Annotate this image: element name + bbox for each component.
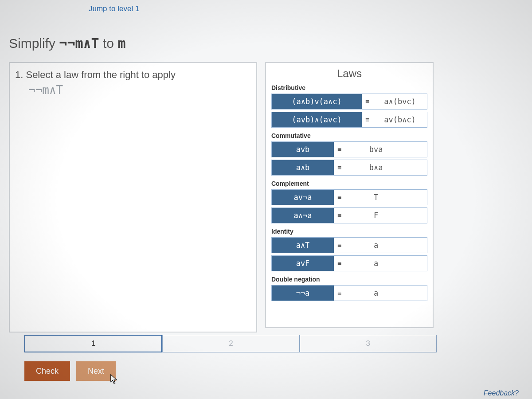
laws-header: Laws	[271, 67, 427, 80]
instruction-text: 1. Select a law from the right to apply	[15, 69, 251, 81]
law-rhs[interactable]: F	[345, 208, 407, 223]
law-lhs[interactable]: ¬¬a	[272, 286, 334, 301]
law-lhs[interactable]: a∧b	[272, 160, 334, 175]
next-button[interactable]: Next	[76, 361, 116, 381]
law-complement-2[interactable]: a∧¬a ≡ F	[271, 207, 427, 223]
law-commutative-1[interactable]: avb ≡ bva	[271, 141, 427, 157]
page-title: Simplify ¬¬m∧T to m	[9, 35, 125, 51]
title-prefix: Simplify	[9, 36, 59, 51]
law-identity-1[interactable]: a∧T ≡ a	[271, 237, 427, 253]
equiv-icon: ≡	[334, 256, 345, 271]
step-tab-2[interactable]: 2	[162, 335, 299, 352]
law-double-negation[interactable]: ¬¬a ≡ a	[271, 285, 427, 301]
check-button[interactable]: Check	[24, 361, 70, 381]
law-rhs[interactable]: av(b∧c)	[373, 112, 427, 127]
title-target: m	[117, 35, 125, 51]
law-lhs[interactable]: a∧T	[272, 238, 334, 253]
law-commutative-2[interactable]: a∧b ≡ b∧a	[271, 160, 427, 176]
law-distributive-2[interactable]: (avb)∧(avc) ≡ av(b∧c)	[271, 112, 427, 128]
jump-to-level-link[interactable]: Jump to level 1	[89, 4, 139, 13]
step-tab-1[interactable]: 1	[24, 335, 162, 352]
law-rhs[interactable]: a	[345, 286, 407, 301]
law-lhs[interactable]: (avb)∧(avc)	[272, 112, 362, 127]
section-identity: Identity	[271, 228, 427, 235]
law-distributive-1[interactable]: (a∧b)v(a∧c) ≡ a∧(bvc)	[271, 94, 427, 110]
work-area: 1. Select a law from the right to apply …	[9, 62, 257, 332]
equiv-icon: ≡	[362, 112, 373, 127]
step-tabs: 1 2 3	[24, 335, 437, 352]
law-rhs[interactable]: a	[345, 238, 407, 253]
equiv-icon: ≡	[334, 142, 345, 157]
law-lhs[interactable]: (a∧b)v(a∧c)	[272, 94, 362, 109]
law-identity-2[interactable]: avF ≡ a	[271, 255, 427, 271]
law-rhs[interactable]: T	[345, 190, 407, 205]
law-lhs[interactable]: avF	[272, 256, 334, 271]
equiv-icon: ≡	[334, 208, 345, 223]
equiv-icon: ≡	[334, 238, 345, 253]
section-distributive: Distributive	[271, 84, 427, 91]
law-lhs[interactable]: avb	[272, 142, 334, 157]
current-expression: ¬¬m∧T	[28, 83, 251, 97]
law-rhs[interactable]: b∧a	[345, 160, 407, 175]
law-rhs[interactable]: bva	[345, 142, 407, 157]
title-expression: ¬¬m∧T	[59, 35, 99, 51]
law-lhs[interactable]: a∧¬a	[272, 208, 334, 223]
button-row: Check Next	[24, 361, 116, 381]
section-commutative: Commutative	[271, 132, 427, 139]
step-tab-3[interactable]: 3	[300, 335, 437, 352]
equiv-icon: ≡	[362, 94, 373, 109]
section-double-negation: Double negation	[271, 276, 427, 283]
equiv-icon: ≡	[334, 286, 345, 301]
equiv-icon: ≡	[334, 190, 345, 205]
law-rhs[interactable]: a∧(bvc)	[373, 94, 427, 109]
title-mid: to	[99, 36, 118, 51]
law-complement-1[interactable]: av¬a ≡ T	[271, 189, 427, 205]
feedback-link[interactable]: Feedback?	[484, 389, 519, 397]
laws-panel: Laws Distributive (a∧b)v(a∧c) ≡ a∧(bvc) …	[265, 62, 434, 328]
law-rhs[interactable]: a	[345, 256, 407, 271]
law-lhs[interactable]: av¬a	[272, 190, 334, 205]
equiv-icon: ≡	[334, 160, 345, 175]
section-complement: Complement	[271, 180, 427, 187]
